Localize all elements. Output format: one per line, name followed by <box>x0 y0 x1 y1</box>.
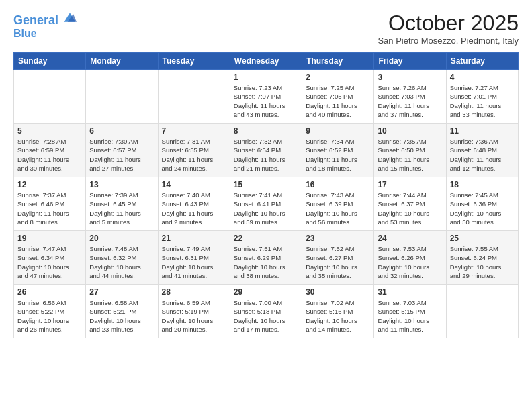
day-info-2: Sunrise: 7:25 AM Sunset: 7:05 PM Dayligh… <box>306 83 370 119</box>
day-cell-24: 24Sunrise: 7:53 AM Sunset: 6:26 PM Dayli… <box>374 231 446 285</box>
day-info-4: Sunrise: 7:27 AM Sunset: 7:01 PM Dayligh… <box>450 83 515 119</box>
week-row-4: 19Sunrise: 7:47 AM Sunset: 6:34 PM Dayli… <box>14 231 519 285</box>
day-info-14: Sunrise: 7:40 AM Sunset: 6:43 PM Dayligh… <box>162 191 226 226</box>
day-cell-17: 17Sunrise: 7:44 AM Sunset: 6:37 PM Dayli… <box>374 177 446 231</box>
day-info-24: Sunrise: 7:53 AM Sunset: 6:26 PM Dayligh… <box>378 244 442 280</box>
day-number-22: 22 <box>234 234 298 243</box>
page: General Blue October 2025 San Pietro Mos… <box>0 0 532 349</box>
day-number-18: 18 <box>450 180 515 189</box>
day-number-1: 1 <box>234 73 298 82</box>
day-info-9: Sunrise: 7:34 AM Sunset: 6:52 PM Dayligh… <box>306 137 370 173</box>
day-number-11: 11 <box>450 126 515 136</box>
day-cell-22: 22Sunrise: 7:51 AM Sunset: 6:29 PM Dayli… <box>230 231 302 285</box>
title-area: October 2025 San Pietro Mosezzo, Piedmon… <box>378 11 519 46</box>
day-info-25: Sunrise: 7:55 AM Sunset: 6:24 PM Dayligh… <box>450 244 515 280</box>
week-row-2: 5Sunrise: 7:28 AM Sunset: 6:59 PM Daylig… <box>14 124 519 177</box>
day-number-30: 30 <box>306 287 370 297</box>
day-info-8: Sunrise: 7:32 AM Sunset: 6:54 PM Dayligh… <box>234 137 298 173</box>
day-info-31: Sunrise: 7:03 AM Sunset: 5:15 PM Dayligh… <box>378 298 442 334</box>
day-cell-12: 12Sunrise: 7:37 AM Sunset: 6:46 PM Dayli… <box>14 177 86 231</box>
day-header-sunday: Sunday <box>14 53 86 70</box>
day-cell-10: 10Sunrise: 7:35 AM Sunset: 6:50 PM Dayli… <box>374 124 446 177</box>
day-info-28: Sunrise: 6:59 AM Sunset: 5:19 PM Dayligh… <box>162 298 226 334</box>
day-info-22: Sunrise: 7:51 AM Sunset: 6:29 PM Dayligh… <box>234 244 298 280</box>
day-header-monday: Monday <box>86 53 158 70</box>
day-info-6: Sunrise: 7:30 AM Sunset: 6:57 PM Dayligh… <box>89 137 154 173</box>
day-cell-8: 8Sunrise: 7:32 AM Sunset: 6:54 PM Daylig… <box>230 124 302 177</box>
day-headers-row: SundayMondayTuesdayWednesdayThursdayFrid… <box>14 53 519 70</box>
day-cell-18: 18Sunrise: 7:45 AM Sunset: 6:36 PM Dayli… <box>446 177 518 231</box>
day-info-23: Sunrise: 7:52 AM Sunset: 6:27 PM Dayligh… <box>306 244 370 280</box>
day-cell-6: 6Sunrise: 7:30 AM Sunset: 6:57 PM Daylig… <box>86 124 158 177</box>
day-cell-5: 5Sunrise: 7:28 AM Sunset: 6:59 PM Daylig… <box>14 124 86 177</box>
day-info-18: Sunrise: 7:45 AM Sunset: 6:36 PM Dayligh… <box>450 191 515 226</box>
day-number-29: 29 <box>234 287 298 297</box>
day-number-19: 19 <box>17 234 82 243</box>
day-number-6: 6 <box>89 126 154 136</box>
day-number-12: 12 <box>17 180 82 189</box>
day-header-thursday: Thursday <box>302 53 374 70</box>
day-cell-29: 29Sunrise: 7:00 AM Sunset: 5:18 PM Dayli… <box>230 285 302 338</box>
day-info-12: Sunrise: 7:37 AM Sunset: 6:46 PM Dayligh… <box>17 191 82 226</box>
day-number-5: 5 <box>17 126 82 136</box>
day-info-1: Sunrise: 7:23 AM Sunset: 7:07 PM Dayligh… <box>234 83 298 119</box>
day-cell-1: 1Sunrise: 7:23 AM Sunset: 7:07 PM Daylig… <box>230 70 302 124</box>
day-cell-4: 4Sunrise: 7:27 AM Sunset: 7:01 PM Daylig… <box>446 70 518 124</box>
day-info-15: Sunrise: 7:41 AM Sunset: 6:41 PM Dayligh… <box>234 191 298 226</box>
day-cell-30: 30Sunrise: 7:02 AM Sunset: 5:16 PM Dayli… <box>302 285 374 338</box>
day-info-10: Sunrise: 7:35 AM Sunset: 6:50 PM Dayligh… <box>378 137 442 173</box>
day-number-24: 24 <box>378 234 442 243</box>
calendar-table: SundayMondayTuesdayWednesdayThursdayFrid… <box>13 52 519 338</box>
logo: General Blue <box>13 11 77 39</box>
logo-icon <box>63 11 77 24</box>
day-number-7: 7 <box>162 126 226 136</box>
day-cell-13: 13Sunrise: 7:39 AM Sunset: 6:45 PM Dayli… <box>86 177 158 231</box>
location: San Pietro Mosezzo, Piedmont, Italy <box>378 36 519 46</box>
day-cell-7: 7Sunrise: 7:31 AM Sunset: 6:55 PM Daylig… <box>158 124 230 177</box>
day-number-15: 15 <box>234 180 298 189</box>
day-header-friday: Friday <box>374 53 446 70</box>
day-cell-2: 2Sunrise: 7:25 AM Sunset: 7:05 PM Daylig… <box>302 70 374 124</box>
day-cell-15: 15Sunrise: 7:41 AM Sunset: 6:41 PM Dayli… <box>230 177 302 231</box>
week-row-5: 26Sunrise: 6:56 AM Sunset: 5:22 PM Dayli… <box>14 285 519 338</box>
day-number-23: 23 <box>306 234 370 243</box>
day-info-13: Sunrise: 7:39 AM Sunset: 6:45 PM Dayligh… <box>89 191 154 226</box>
day-cell-16: 16Sunrise: 7:43 AM Sunset: 6:39 PM Dayli… <box>302 177 374 231</box>
day-info-3: Sunrise: 7:26 AM Sunset: 7:03 PM Dayligh… <box>378 83 442 119</box>
day-cell-23: 23Sunrise: 7:52 AM Sunset: 6:27 PM Dayli… <box>302 231 374 285</box>
logo-blue: Blue <box>13 28 77 40</box>
day-cell-25: 25Sunrise: 7:55 AM Sunset: 6:24 PM Dayli… <box>446 231 518 285</box>
day-info-21: Sunrise: 7:49 AM Sunset: 6:31 PM Dayligh… <box>162 244 226 280</box>
day-number-21: 21 <box>162 234 226 243</box>
empty-cell <box>158 70 230 124</box>
day-number-16: 16 <box>306 180 370 189</box>
day-cell-3: 3Sunrise: 7:26 AM Sunset: 7:03 PM Daylig… <box>374 70 446 124</box>
day-cell-27: 27Sunrise: 6:58 AM Sunset: 5:21 PM Dayli… <box>86 285 158 338</box>
day-number-25: 25 <box>450 234 515 243</box>
day-header-wednesday: Wednesday <box>230 53 302 70</box>
day-info-27: Sunrise: 6:58 AM Sunset: 5:21 PM Dayligh… <box>89 298 154 334</box>
day-number-13: 13 <box>89 180 154 189</box>
logo-general: General <box>13 13 58 27</box>
day-number-31: 31 <box>378 287 442 297</box>
day-info-26: Sunrise: 6:56 AM Sunset: 5:22 PM Dayligh… <box>17 298 82 334</box>
day-number-20: 20 <box>89 234 154 243</box>
day-info-20: Sunrise: 7:48 AM Sunset: 6:32 PM Dayligh… <box>89 244 154 280</box>
day-number-4: 4 <box>450 73 515 82</box>
day-info-11: Sunrise: 7:36 AM Sunset: 6:48 PM Dayligh… <box>450 137 515 173</box>
empty-cell <box>86 70 158 124</box>
day-info-29: Sunrise: 7:00 AM Sunset: 5:18 PM Dayligh… <box>234 298 298 334</box>
day-cell-9: 9Sunrise: 7:34 AM Sunset: 6:52 PM Daylig… <box>302 124 374 177</box>
day-number-9: 9 <box>306 126 370 136</box>
day-number-8: 8 <box>234 126 298 136</box>
day-info-30: Sunrise: 7:02 AM Sunset: 5:16 PM Dayligh… <box>306 298 370 334</box>
day-info-5: Sunrise: 7:28 AM Sunset: 6:59 PM Dayligh… <box>17 137 82 173</box>
day-cell-19: 19Sunrise: 7:47 AM Sunset: 6:34 PM Dayli… <box>14 231 86 285</box>
header: General Blue October 2025 San Pietro Mos… <box>13 11 519 46</box>
day-header-tuesday: Tuesday <box>158 53 230 70</box>
day-header-saturday: Saturday <box>446 53 518 70</box>
day-cell-28: 28Sunrise: 6:59 AM Sunset: 5:19 PM Dayli… <box>158 285 230 338</box>
logo-text: General <box>13 11 77 28</box>
day-number-28: 28 <box>162 287 226 297</box>
empty-cell <box>446 285 518 338</box>
